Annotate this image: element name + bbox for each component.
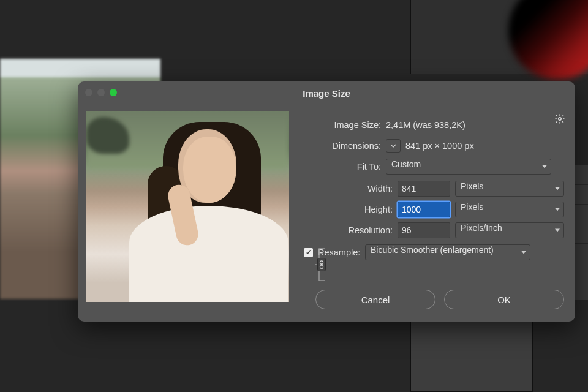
resolution-unit-select[interactable]: Pixels/Inch bbox=[455, 222, 564, 238]
window-zoom-button[interactable] bbox=[110, 89, 117, 96]
resolution-label: Resolution: bbox=[327, 225, 393, 235]
width-unit-select[interactable]: Pixels bbox=[455, 181, 564, 197]
resolution-input[interactable] bbox=[398, 222, 450, 238]
ok-button[interactable]: OK bbox=[444, 290, 564, 309]
height-input[interactable] bbox=[398, 202, 450, 217]
dimensions-label: Dimensions: bbox=[301, 141, 381, 151]
color-wheel bbox=[508, 0, 588, 80]
image-size-label: Image Size: bbox=[301, 120, 381, 130]
resample-checkbox[interactable]: ✓ bbox=[304, 248, 313, 257]
constrain-proportions-link-icon[interactable] bbox=[317, 258, 326, 271]
window-close-button[interactable] bbox=[85, 89, 92, 96]
gear-icon[interactable] bbox=[554, 113, 565, 124]
dimensions-value: 841 px × 1000 px bbox=[405, 141, 474, 151]
dialog-title: Image Size bbox=[303, 88, 350, 99]
width-label: Width: bbox=[327, 184, 393, 194]
resample-label: Resample: bbox=[318, 247, 360, 257]
height-label: Height: bbox=[327, 205, 393, 214]
cancel-button[interactable]: Cancel bbox=[315, 290, 435, 309]
right-panel-color bbox=[410, 0, 588, 74]
image-preview bbox=[86, 111, 289, 302]
image-size-dialog: Image Size Image Size: 2,41M (was 938,2K… bbox=[78, 81, 575, 322]
dimensions-unit-dropdown[interactable] bbox=[386, 139, 401, 153]
resample-method-select[interactable]: Bicubic Smoother (enlargement) bbox=[365, 244, 530, 260]
fit-to-label: Fit To: bbox=[301, 162, 381, 172]
height-unit-select[interactable]: Pixels bbox=[455, 202, 564, 217]
svg-point-0 bbox=[559, 118, 562, 121]
window-minimize-button[interactable] bbox=[97, 89, 105, 96]
image-size-value: 2,41M (was 938,2K) bbox=[386, 120, 466, 130]
dialog-titlebar: Image Size bbox=[78, 81, 575, 105]
fit-to-select[interactable]: Custom bbox=[386, 159, 551, 175]
width-input[interactable] bbox=[398, 181, 450, 197]
